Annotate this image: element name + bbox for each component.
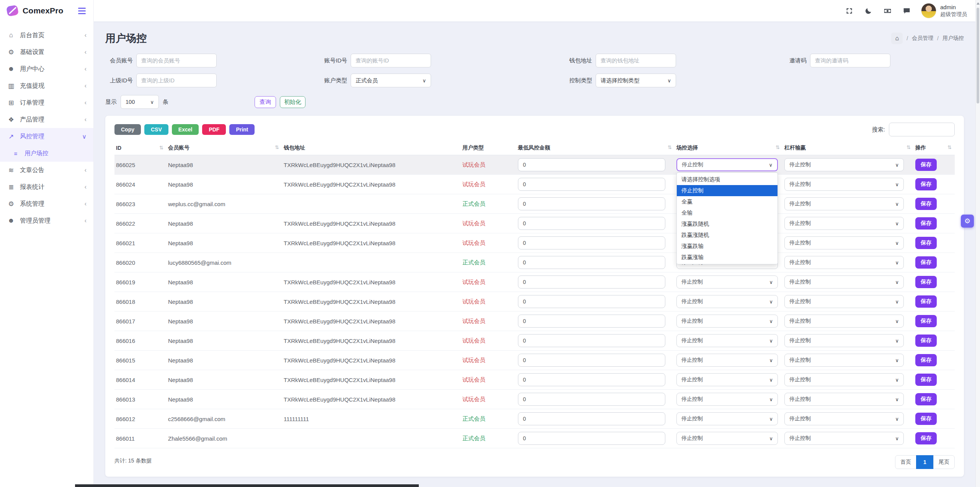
risk-amount-input[interactable] — [518, 178, 665, 191]
dropdown-option[interactable]: 停止控制 — [677, 185, 777, 196]
risk-amount-input[interactable] — [518, 197, 665, 210]
scrollbar[interactable] — [975, 0, 980, 487]
lever-select[interactable]: 停止控制 ∨ — [784, 158, 904, 171]
risk-amount-input[interactable] — [518, 217, 665, 230]
control-select[interactable]: 停止控制 ∨ — [676, 275, 778, 289]
lever-select[interactable]: 停止控制 ∨ — [784, 295, 904, 308]
lever-select[interactable]: 停止控制 ∨ — [784, 236, 904, 249]
control-select[interactable]: 停止控制 ∨ — [676, 373, 778, 386]
query-button[interactable]: 查询 — [255, 96, 276, 108]
save-button[interactable]: 保存 — [915, 159, 937, 171]
risk-amount-input[interactable] — [518, 354, 665, 367]
save-button[interactable]: 保存 — [915, 198, 937, 210]
risk-amount-input[interactable] — [518, 432, 665, 445]
lever-select[interactable]: 停止控制 ∨ — [784, 354, 904, 367]
save-button[interactable]: 保存 — [915, 217, 937, 230]
sidebar-item-basic-settings[interactable]: ⚙ 基础设置 ‹ — [0, 44, 93, 61]
pagination-first[interactable]: 首页 — [895, 455, 916, 469]
control-select[interactable]: 停止控制 ∨ — [676, 158, 778, 171]
breadcrumb-item-member-management[interactable]: 会员管理 — [912, 35, 933, 42]
dropdown-option[interactable]: 全赢 — [677, 196, 777, 207]
save-button[interactable]: 保存 — [915, 413, 937, 425]
control-select[interactable]: 停止控制 ∨ — [676, 393, 778, 406]
sidebar-item-risk-management[interactable]: ↗ 风控管理 ∨ — [0, 128, 93, 145]
scrollbar-thumb[interactable] — [977, 8, 979, 103]
risk-amount-input[interactable] — [518, 295, 665, 308]
avatar[interactable] — [921, 3, 936, 18]
export-button-print[interactable]: Print — [229, 124, 255, 135]
sort-icon[interactable]: ⇅ — [906, 144, 911, 150]
sidebar-item-user-center[interactable]: ☻ 用户中心 ‹ — [0, 61, 93, 77]
dropdown-option[interactable]: 全输 — [677, 207, 777, 218]
fullscreen-icon[interactable] — [844, 6, 854, 15]
breadcrumb-item-user-field-control[interactable]: 用户场控 — [942, 35, 964, 42]
sort-icon[interactable]: ⇅ — [275, 144, 279, 150]
column-header[interactable]: 操作 ⇅ — [914, 142, 955, 155]
save-button[interactable]: 保存 — [915, 432, 937, 444]
column-header[interactable]: ID ⇅ — [114, 142, 167, 155]
account-id-input[interactable] — [351, 54, 431, 67]
save-button[interactable]: 保存 — [915, 393, 937, 405]
sidebar-item-user-field-control[interactable]: ≡ 用户场控 — [0, 145, 93, 162]
wallet-address-input[interactable] — [596, 54, 676, 67]
column-header[interactable]: 会员账号 ⇅ — [167, 142, 282, 155]
column-header[interactable]: 杠杆输赢 ⇅ — [783, 142, 914, 155]
member-account-input[interactable] — [136, 54, 217, 67]
risk-amount-input[interactable] — [518, 412, 665, 425]
page-size-select[interactable]: 100 ∨ — [121, 95, 159, 109]
export-button-excel[interactable]: Excel — [172, 124, 199, 135]
control-select[interactable]: 停止控制 ∨ — [676, 295, 778, 308]
sidebar-item-order-management[interactable]: ⊞ 订单管理 ‹ — [0, 94, 93, 111]
dropdown-option[interactable]: 跌赢涨输 — [677, 252, 777, 263]
settings-gear-button[interactable]: ⚙ — [961, 215, 974, 228]
sidebar-item-system-management[interactable]: ⚙ 系统管理 ‹ — [0, 195, 93, 212]
control-select[interactable]: 停止控制 ∨ — [676, 334, 778, 347]
lever-select[interactable]: 停止控制 ∨ — [784, 432, 904, 445]
lever-select[interactable]: 停止控制 ∨ — [784, 393, 904, 406]
parent-id-input[interactable] — [136, 74, 217, 87]
column-header[interactable]: 场控选择 ⇅ — [675, 142, 783, 155]
lever-select[interactable]: 停止控制 ∨ — [784, 373, 904, 386]
lever-select[interactable]: 停止控制 ∨ — [784, 275, 904, 289]
dark-mode-moon-icon[interactable] — [864, 6, 873, 15]
control-select[interactable]: 停止控制 ∨ — [676, 315, 778, 328]
sort-icon[interactable]: ⇅ — [668, 144, 672, 150]
control-select[interactable]: 停止控制 ∨ — [676, 412, 778, 425]
scrollbar-up-arrow[interactable] — [977, 2, 980, 5]
lever-select[interactable]: 停止控制 ∨ — [784, 412, 904, 425]
sidebar-item-product-management[interactable]: ❖ 产品管理 ‹ — [0, 111, 93, 128]
sidebar-item-recharge-withdraw[interactable]: ▥ 充值提现 ‹ — [0, 77, 93, 94]
save-button[interactable]: 保存 — [915, 178, 937, 190]
pagination-current-page[interactable]: 1 — [916, 455, 934, 469]
invite-code-input[interactable] — [810, 54, 890, 67]
column-header[interactable]: 钱包地址 — [282, 142, 461, 155]
save-button[interactable]: 保存 — [915, 354, 937, 366]
dropdown-option[interactable]: 请选择控制选项 — [677, 174, 777, 185]
sort-icon[interactable]: ⇅ — [776, 144, 780, 150]
breadcrumb-home-icon[interactable]: ⌂ — [891, 33, 903, 44]
reset-button[interactable]: 初始化 — [280, 96, 305, 108]
save-button[interactable]: 保存 — [915, 256, 937, 269]
export-button-csv[interactable]: CSV — [144, 124, 168, 135]
save-button[interactable]: 保存 — [915, 374, 937, 386]
column-header[interactable]: 用户类型 — [461, 142, 516, 155]
export-button-copy[interactable]: Copy — [114, 124, 141, 135]
lever-select[interactable]: 停止控制 ∨ — [784, 178, 904, 191]
dropdown-option[interactable]: 跌赢涨随机 — [677, 230, 777, 241]
admin-profile[interactable]: admin 超级管理员 — [921, 3, 967, 18]
risk-amount-input[interactable] — [518, 158, 665, 171]
risk-amount-input[interactable] — [518, 315, 665, 328]
search-input[interactable] — [889, 123, 955, 136]
control-select[interactable]: 停止控制 ∨ — [676, 432, 778, 445]
risk-amount-input[interactable] — [518, 275, 665, 289]
risk-amount-input[interactable] — [518, 373, 665, 386]
risk-amount-input[interactable] — [518, 334, 665, 347]
sort-icon[interactable]: ⇅ — [159, 145, 163, 151]
save-button[interactable]: 保存 — [915, 237, 937, 249]
money-icon[interactable] — [883, 6, 892, 15]
save-button[interactable]: 保存 — [915, 295, 937, 308]
control-select[interactable]: 停止控制 ∨ — [676, 354, 778, 367]
save-button[interactable]: 保存 — [915, 335, 937, 347]
lever-select[interactable]: 停止控制 ∨ — [784, 334, 904, 347]
control-type-select[interactable]: 请选择控制类型 ∨ — [596, 74, 676, 87]
